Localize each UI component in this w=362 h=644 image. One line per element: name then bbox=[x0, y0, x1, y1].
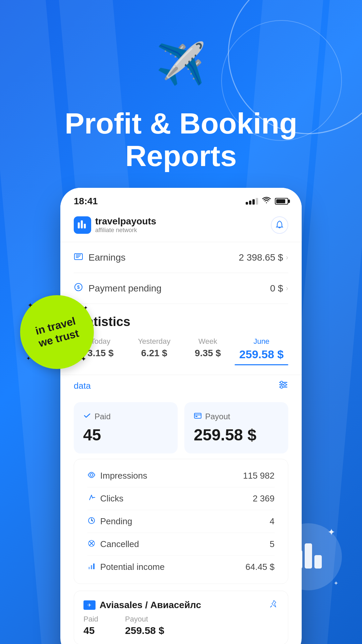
earnings-value: 2 398.65 $ bbox=[239, 252, 283, 263]
clicks-row: Clicks 2 369 bbox=[87, 487, 275, 510]
svg-point-11 bbox=[281, 386, 283, 388]
tab-yesterday-value: 6.21 $ bbox=[127, 348, 181, 359]
svg-point-14 bbox=[90, 474, 93, 476]
cancelled-label: Cancelled bbox=[100, 539, 139, 549]
filter-row[interactable]: data bbox=[60, 375, 302, 397]
app-header: travelpayouts affiliate network bbox=[60, 211, 302, 242]
svg-rect-0 bbox=[78, 222, 80, 228]
chevron-right-icon: › bbox=[286, 253, 288, 262]
payout-value: 259.58 $ bbox=[194, 426, 279, 444]
tab-june-value: 259.58 $ bbox=[235, 348, 288, 361]
tab-week-period: Week bbox=[181, 337, 235, 346]
svg-rect-25 bbox=[314, 555, 322, 569]
impressions-label: Impressions bbox=[100, 471, 147, 481]
svg-line-22 bbox=[270, 606, 272, 607]
phone-mockup: 18:41 bbox=[60, 188, 302, 644]
aviasales-paid: Paid 45 bbox=[83, 615, 98, 636]
watermark: ✦ ✦ ✦ bbox=[275, 523, 342, 590]
logo-text: travelpayouts affiliate network bbox=[95, 216, 156, 234]
svg-rect-2 bbox=[84, 224, 86, 228]
pin-icon[interactable] bbox=[269, 599, 279, 611]
svg-point-10 bbox=[284, 384, 286, 386]
payment-icon: $ bbox=[74, 282, 83, 294]
svg-text:$: $ bbox=[77, 284, 80, 290]
status-icons bbox=[246, 197, 288, 206]
pending-row: Pending 4 bbox=[87, 510, 275, 533]
svg-text:✈: ✈ bbox=[87, 602, 92, 608]
potential-income-icon bbox=[87, 562, 96, 572]
tab-june-period: June bbox=[235, 337, 288, 346]
cancelled-icon bbox=[87, 539, 96, 549]
aviasales-flag-icon: ✈ bbox=[83, 600, 96, 610]
aviasales-payout-label: Payout bbox=[125, 615, 164, 624]
potential-income-row: Potential income 64.45 $ bbox=[87, 556, 275, 578]
statistics-section: Statistics Today 3.15 $ Yesterday 6.21 $… bbox=[60, 304, 302, 375]
svg-rect-24 bbox=[305, 543, 312, 569]
tab-week[interactable]: Week 9.35 $ bbox=[181, 337, 235, 365]
tab-yesterday[interactable]: Yesterday 6.21 $ bbox=[127, 337, 181, 365]
payout-label: Payout bbox=[205, 412, 230, 421]
earnings-section: Earnings 2 398.65 $ › $ Payment pending bbox=[60, 242, 302, 304]
logo-name: travelpayouts bbox=[95, 216, 156, 227]
clicks-icon bbox=[87, 494, 96, 504]
aviasales-section: ✈ Aviasales / Авиасейлс Paid 45 bbox=[74, 591, 288, 644]
hero-title-section: Profit & Booking Reports bbox=[0, 107, 362, 172]
payment-pending-row[interactable]: $ Payment pending 0 $ › bbox=[74, 273, 288, 304]
signal-icon bbox=[246, 198, 258, 205]
svg-rect-23 bbox=[295, 550, 302, 569]
svg-rect-17 bbox=[88, 567, 90, 569]
aviasales-stats: Paid 45 Payout 259.58 $ bbox=[83, 615, 279, 636]
tab-yesterday-period: Yesterday bbox=[127, 337, 181, 346]
green-badge: ✦ ✦ ✦ ✦ in travel we trust bbox=[20, 295, 94, 369]
status-time: 18:41 bbox=[74, 196, 98, 207]
svg-rect-13 bbox=[195, 416, 197, 417]
svg-rect-12 bbox=[194, 413, 201, 418]
earnings-label: Earnings bbox=[88, 252, 126, 263]
impressions-row: Impressions 115 982 bbox=[87, 465, 275, 487]
wifi-icon bbox=[262, 197, 271, 206]
aviasales-paid-label: Paid bbox=[83, 615, 98, 624]
paid-label: Paid bbox=[95, 412, 111, 421]
stats-cards: Paid 45 Payout 259.58 $ bbox=[60, 397, 302, 459]
impressions-value: 115 982 bbox=[243, 471, 275, 481]
payout-icon bbox=[194, 412, 202, 422]
clicks-value: 2 369 bbox=[253, 493, 275, 504]
aviasales-payout-value: 259.58 $ bbox=[125, 625, 164, 636]
main-title: Profit & Booking Reports bbox=[0, 107, 362, 172]
logo-icon bbox=[74, 216, 91, 234]
aviasales-payout: Payout 259.58 $ bbox=[125, 615, 164, 636]
badge-text: in travel we trust bbox=[34, 314, 80, 350]
statistics-title: Statistics bbox=[74, 315, 288, 329]
battery-icon bbox=[275, 198, 288, 205]
statistics-tabs: Today 3.15 $ Yesterday 6.21 $ Week 9.35 … bbox=[74, 337, 288, 365]
svg-rect-1 bbox=[81, 220, 83, 228]
payment-pending-value: 0 $ bbox=[270, 283, 283, 294]
airplane-illustration: ✈️ bbox=[156, 40, 206, 88]
status-bar: 18:41 bbox=[60, 188, 302, 211]
clicks-label: Clicks bbox=[100, 493, 123, 504]
payment-pending-label: Payment pending bbox=[88, 283, 162, 294]
paid-card: Paid 45 bbox=[74, 402, 178, 453]
cancelled-row: Cancelled 5 bbox=[87, 533, 275, 556]
aviasales-paid-value: 45 bbox=[83, 625, 98, 636]
potential-income-value: 64.45 $ bbox=[245, 562, 275, 572]
earnings-row[interactable]: Earnings 2 398.65 $ › bbox=[74, 242, 288, 273]
pending-label: Pending bbox=[100, 516, 132, 527]
impressions-icon bbox=[87, 471, 96, 481]
tab-week-value: 9.35 $ bbox=[181, 348, 235, 359]
notification-bell-button[interactable] bbox=[271, 216, 288, 234]
svg-rect-19 bbox=[93, 564, 95, 569]
filter-label: data bbox=[74, 381, 91, 391]
chevron-right-icon: › bbox=[286, 284, 288, 293]
paid-icon bbox=[83, 412, 91, 422]
pending-icon bbox=[87, 517, 96, 527]
svg-rect-18 bbox=[91, 565, 92, 569]
paid-value: 45 bbox=[83, 426, 168, 444]
cancelled-value: 5 bbox=[270, 539, 275, 549]
filter-icon[interactable] bbox=[278, 380, 288, 391]
tab-june[interactable]: June 259.58 $ bbox=[235, 337, 288, 365]
logo-tagline: affiliate network bbox=[95, 227, 156, 234]
earnings-icon bbox=[74, 252, 83, 263]
potential-income-label: Potential income bbox=[100, 562, 165, 572]
aviasales-name: Aviasales / Авиасейлс bbox=[100, 600, 201, 610]
